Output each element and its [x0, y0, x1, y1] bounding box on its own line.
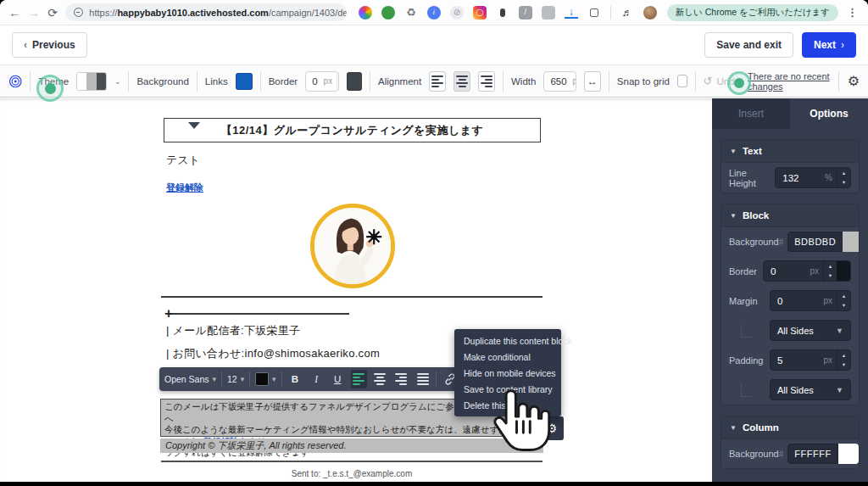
tree-connector	[741, 383, 753, 397]
block-background-swatch[interactable]	[843, 232, 860, 252]
justify-button[interactable]	[415, 370, 431, 388]
block-border-input[interactable]: 0 px ▲▼	[763, 260, 851, 282]
puzzle-extension-icon[interactable]	[587, 6, 601, 20]
block-border-color-swatch[interactable]	[837, 261, 850, 281]
code-extension-icon[interactable]: /	[519, 6, 532, 20]
toolbar-separator	[197, 71, 198, 92]
theme-swatches[interactable]	[76, 72, 107, 91]
unsubscribe-link[interactable]: 登録解除	[166, 182, 203, 194]
tab-options[interactable]: Options	[790, 98, 868, 129]
plus-mark: +	[164, 305, 173, 322]
menu-item-hide-on-mobile[interactable]: Hide on mobile devices	[454, 365, 561, 381]
width-input[interactable]: 650 px	[543, 71, 576, 92]
address-bar[interactable]: https://happybaby1010.activehosted.com/c…	[65, 3, 347, 21]
email-title-block[interactable]: 【12/14】グループコンサルティングを実施します	[164, 118, 541, 142]
previous-button[interactable]: ‹Previous	[12, 32, 87, 58]
short-divider-line: +	[170, 313, 349, 315]
links-color-swatch[interactable]	[236, 73, 253, 90]
align-left-button[interactable]	[429, 71, 446, 92]
align-center-icon	[456, 75, 468, 87]
text-section-header[interactable]: ▼Text	[721, 140, 859, 163]
compass-extension-icon[interactable]: ⊘	[450, 6, 464, 20]
email-canvas[interactable]: 【12/14】グループコンサルティングを実施します テスト 登録解除	[0, 98, 712, 482]
line-height-input[interactable]: 132 % ▲▼	[775, 167, 851, 188]
main-area: 【12/14】グループコンサルティングを実施します テスト 登録解除	[0, 98, 868, 482]
background-label[interactable]: Background	[136, 76, 188, 87]
align-center-button[interactable]	[453, 71, 470, 92]
tab-insert[interactable]: Insert	[712, 98, 790, 129]
text-format-toolbar: Open Sans▾ 12▾ ▾ B I U	[159, 367, 463, 391]
border-color-swatch[interactable]	[347, 72, 362, 91]
line-height-stepper[interactable]: ▲▼	[837, 168, 850, 187]
recent-changes-link[interactable]: There are no recent changes	[748, 71, 830, 92]
recycle-extension-icon[interactable]: ♻	[404, 6, 418, 20]
block-section-header[interactable]: ▼Block	[721, 204, 859, 227]
copyright-block[interactable]: Copyright © 下坂栄里子, All rights reserved.	[160, 439, 543, 453]
back-icon[interactable]: ←	[8, 7, 20, 19]
divider-line	[161, 461, 542, 462]
next-button[interactable]: Next›	[802, 32, 856, 58]
full-width-button[interactable]: ↔	[584, 71, 601, 92]
column-background-swatch[interactable]	[838, 444, 859, 464]
block-padding-input[interactable]: 5 px ▲▼	[770, 349, 851, 371]
tree-extension-icon[interactable]	[381, 6, 395, 20]
border-label: Border	[269, 76, 298, 87]
settings-gear-icon[interactable]: ⚙	[848, 73, 860, 89]
profile-avatar[interactable]	[643, 6, 657, 20]
caret-down-icon: ▼	[836, 386, 843, 394]
snap-to-grid-checkbox[interactable]	[677, 75, 687, 87]
align-right-button[interactable]	[393, 370, 409, 388]
padding-all-sides-dropdown[interactable]: All Sides▼	[770, 379, 851, 400]
margin-all-sides-dropdown[interactable]: All Sides▼	[770, 320, 851, 341]
align-center-button[interactable]	[372, 370, 388, 388]
justify-icon	[417, 373, 429, 385]
email-test-text-block[interactable]: テスト	[166, 153, 200, 168]
block-background-input[interactable]: # BDBDBD	[779, 232, 860, 252]
caret-down-icon[interactable]: ⌄	[114, 77, 121, 86]
chevron-left-icon: ‹	[24, 39, 27, 51]
chevron-right-icon: ›	[841, 39, 844, 51]
profile-photo[interactable]	[310, 204, 395, 288]
column-background-input[interactable]: # FFFFFF	[779, 444, 859, 464]
color-wheel-extension-icon[interactable]	[359, 6, 372, 20]
menu-item-make-conditional[interactable]: Make conditional	[454, 349, 561, 365]
reload-icon[interactable]: ⟳	[47, 7, 58, 19]
browser-menu-icon[interactable]: ⋮	[845, 6, 860, 19]
new-chrome-pill[interactable]: 新しい Chrome をご利用いただけます	[667, 4, 838, 21]
camera-extension-icon[interactable]: ◯	[473, 6, 487, 20]
block-background-hex[interactable]: BDBDBD	[787, 232, 843, 252]
info-extension-icon[interactable]: i	[427, 6, 441, 20]
forward-icon[interactable]: →	[27, 7, 39, 19]
block-margin-stepper[interactable]: ▲▼	[837, 291, 850, 310]
download-extension-icon[interactable]: ↓	[565, 7, 578, 19]
border-width-input[interactable]: 0 px ▲▼	[305, 71, 338, 92]
align-right-icon	[395, 373, 407, 385]
mic-extension-icon[interactable]	[496, 6, 509, 20]
sender-line[interactable]: | メール配信者:下坂栄里子	[166, 323, 300, 338]
bold-button[interactable]: B	[287, 370, 303, 388]
block-margin-input[interactable]: 0 px ▲▼	[770, 290, 851, 311]
block-border-stepper[interactable]: ▲▼	[823, 261, 837, 281]
target-icon[interactable]	[8, 72, 22, 91]
border-stepper[interactable]: ▲▼	[337, 72, 338, 91]
align-right-button[interactable]	[478, 71, 495, 92]
contact-line[interactable]: | お問い合わせ:info@shimosakaeriko.com	[166, 346, 380, 361]
toolbar-separator	[695, 71, 696, 92]
site-info-icon[interactable]	[74, 8, 83, 17]
photo-extension-icon[interactable]	[542, 6, 555, 20]
font-family-dropdown[interactable]: Open Sans▾	[164, 374, 216, 384]
column-background-hex[interactable]: FFFFFF	[787, 444, 837, 464]
toolbar-separator	[260, 71, 261, 92]
underline-button[interactable]: U	[330, 370, 346, 388]
column-section-header[interactable]: ▼Column	[721, 416, 859, 439]
playlist-icon[interactable]: ♬	[620, 6, 634, 20]
font-color-dropdown[interactable]: ▾	[255, 372, 276, 386]
align-right-icon	[481, 75, 492, 87]
italic-button[interactable]: I	[309, 370, 325, 388]
font-size-dropdown[interactable]: 12▾	[227, 374, 244, 384]
menu-item-duplicate[interactable]: Duplicate this content block	[454, 332, 561, 349]
block-padding-stepper[interactable]: ▲▼	[837, 350, 850, 370]
save-and-exit-button[interactable]: Save and exit	[704, 32, 793, 58]
block-margin-row: Margin 0 px ▲▼	[721, 286, 859, 316]
align-left-button[interactable]	[351, 370, 367, 388]
